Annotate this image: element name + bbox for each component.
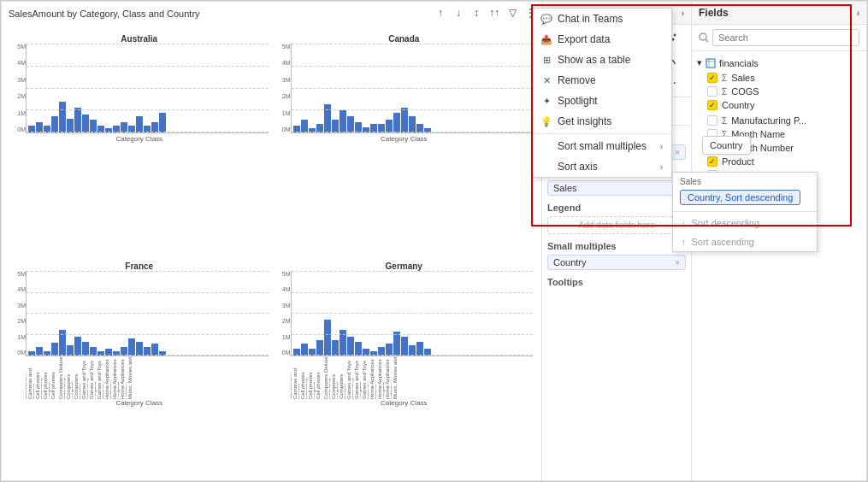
context-menu-label-insights: Get insights bbox=[558, 115, 611, 127]
field-item-cogs[interactable]: Σ COGS bbox=[692, 85, 866, 98]
country-bubble: Country bbox=[702, 136, 751, 155]
context-menu-label-export: Export data bbox=[558, 33, 610, 45]
insights-icon: 💡 bbox=[540, 115, 552, 127]
sort-asc-label: Sort ascending bbox=[692, 237, 754, 247]
context-menu-label-sort-axis: Sort axis bbox=[558, 161, 598, 173]
field-item-mfg[interactable]: Σ Manufacturing P... bbox=[692, 114, 866, 127]
field-checkbox-cogs[interactable] bbox=[707, 86, 717, 97]
sort-top-icon[interactable]: ↑↑ bbox=[487, 5, 502, 21]
viz-panel-body: X-axis Product × Y-axis Sales × bbox=[542, 126, 691, 480]
context-menu-item-table[interactable]: ⊞ Show as a table bbox=[532, 50, 671, 70]
table-icon bbox=[706, 58, 716, 68]
sort-by-label: Sales bbox=[680, 177, 701, 186]
main-area: SalesAmount by Category, Class and Count… bbox=[1, 1, 867, 481]
app-window: SalesAmount by Category, Class and Count… bbox=[0, 0, 868, 482]
tooltips-label: Tooltips bbox=[547, 277, 686, 287]
context-menu-label-spotlight: Spotlight bbox=[558, 95, 598, 107]
x-label-canada: Category Class bbox=[275, 135, 534, 143]
x-label-australia: Category Class bbox=[10, 135, 269, 143]
sort-separator bbox=[673, 211, 817, 212]
fields-panel-title: Fields bbox=[699, 7, 729, 19]
context-menu-item-chat[interactable]: 💬 Chat in Teams bbox=[532, 9, 671, 29]
y-axis-field-sales[interactable]: Sales × bbox=[547, 180, 686, 196]
field-label-sales: Sales bbox=[731, 73, 755, 83]
remove-icon: ✕ bbox=[540, 74, 552, 86]
sort-menu-ascending[interactable]: ↑ Sort ascending bbox=[673, 232, 817, 251]
field-checkbox-product[interactable]: ✓ bbox=[707, 156, 717, 167]
field-checkbox-mfg[interactable] bbox=[707, 115, 717, 126]
chart-panel-title-germany: Germany bbox=[275, 262, 534, 271]
sort-desc-label: Sort descending bbox=[692, 218, 760, 228]
x-axis-remove[interactable]: × bbox=[675, 148, 680, 157]
field-group-financials: ▾ financials ✓ Σ Sales Σ COGS bbox=[692, 55, 866, 112]
svg-rect-46 bbox=[706, 59, 715, 68]
small-multiples-field-country[interactable]: Country × bbox=[547, 255, 686, 270]
export-icon: 📤 bbox=[540, 33, 552, 45]
context-menu-item-sort-axis[interactable]: Sort axis › bbox=[532, 156, 671, 177]
field-label-mfg: Manufacturing P... bbox=[731, 115, 806, 126]
field-sigma-sales: Σ bbox=[722, 73, 727, 83]
field-item-sales[interactable]: ✓ Σ Sales bbox=[692, 71, 866, 85]
field-label-cogs: COGS bbox=[731, 86, 759, 97]
separator-1 bbox=[532, 133, 671, 134]
small-multiples-remove[interactable]: × bbox=[675, 258, 680, 267]
fields-search-input[interactable] bbox=[712, 29, 859, 46]
chart-panel-title-australia: Australia bbox=[10, 34, 269, 44]
context-menu-label-table: Show as a table bbox=[558, 54, 630, 66]
context-menu-item-spotlight[interactable]: ✦ Spotlight bbox=[532, 91, 671, 111]
sort-asc-icon: ↑ bbox=[682, 237, 687, 247]
context-menu-label-chat: Chat in Teams bbox=[558, 13, 623, 25]
legend-placeholder[interactable]: Add data fields here bbox=[547, 216, 686, 234]
filter-icon[interactable]: ▽ bbox=[505, 5, 520, 21]
chevron-down-icon: ▾ bbox=[697, 57, 702, 68]
svg-line-45 bbox=[706, 39, 708, 42]
chart-panel-canada: Canada 5M4M3M2M1M0M bbox=[274, 32, 535, 256]
context-menu-item-insights[interactable]: 💡 Get insights bbox=[532, 111, 671, 132]
fields-body: ▾ financials ✓ Σ Sales Σ COGS bbox=[692, 51, 866, 480]
chat-icon: 💬 bbox=[540, 13, 552, 25]
arrow-icon-sort-multiples: › bbox=[660, 142, 663, 151]
legend-label: Legend bbox=[547, 203, 686, 213]
field-item-country[interactable]: ✓ Country bbox=[692, 98, 866, 112]
context-menu-item-export[interactable]: 📤 Export data bbox=[532, 29, 671, 50]
sort-axis-icon bbox=[540, 161, 552, 173]
field-group-financials-header[interactable]: ▾ financials bbox=[692, 55, 866, 71]
search-icon bbox=[699, 32, 709, 43]
field-checkbox-sales[interactable]: ✓ bbox=[707, 73, 717, 83]
chart-panel-france: France 5M4M3M2M1M0M bbox=[9, 260, 270, 481]
table-view-icon: ⊞ bbox=[540, 54, 552, 66]
field-checkbox-country[interactable]: ✓ bbox=[707, 100, 717, 110]
x-label-france: Category Class bbox=[10, 399, 269, 407]
context-menu-item-sort-multiples[interactable]: Sort small multiples › bbox=[532, 136, 671, 156]
fields-search-container bbox=[692, 25, 866, 51]
fields-panel-arrow[interactable]: › bbox=[857, 9, 859, 18]
field-item-product[interactable]: ✓ Product bbox=[692, 155, 866, 168]
context-menu-item-remove[interactable]: ✕ Remove bbox=[532, 70, 671, 91]
legend-section: Legend Add data fields here bbox=[547, 203, 686, 234]
x-label-germany: Category Class bbox=[275, 399, 534, 407]
sort-both-icon[interactable]: ↕ bbox=[469, 5, 484, 21]
tooltips-section: Tooltips bbox=[547, 277, 686, 287]
svg-point-7 bbox=[672, 38, 675, 41]
context-menu: 💬 Chat in Teams 📤 Export data ⊞ Show as … bbox=[531, 8, 672, 178]
chart-panel-australia: Australia 5M4M3M2M1M0M bbox=[9, 32, 270, 256]
field-sigma-mfg: Σ bbox=[722, 116, 727, 126]
spotlight-icon: ✦ bbox=[540, 95, 552, 107]
chart-panel-germany: Germany 5M4M3M2M1M0M bbox=[274, 260, 535, 481]
chart-area: SalesAmount by Category, Class and Count… bbox=[1, 1, 542, 481]
viz-panel-right-arrow[interactable]: › bbox=[682, 9, 684, 18]
sort-multiples-icon bbox=[540, 140, 552, 152]
context-menu-label-sort-multiples: Sort small multiples bbox=[558, 140, 647, 152]
sort-desc-icon: ↓ bbox=[682, 218, 687, 228]
sort-up-icon[interactable]: ↑ bbox=[433, 5, 448, 21]
arrow-icon-sort-axis: › bbox=[660, 162, 663, 172]
svg-point-44 bbox=[700, 33, 706, 40]
sort-order-btn[interactable]: Country, Sort descending bbox=[680, 190, 800, 205]
sort-menu-descending[interactable]: ↓ Sort descending bbox=[673, 214, 817, 232]
chart-panel-title-canada: Canada bbox=[275, 34, 534, 44]
sort-down-icon[interactable]: ↓ bbox=[451, 5, 466, 21]
small-multiples-label: Small multiples bbox=[547, 241, 686, 251]
sort-submenu-header: Sales Country, Sort descending bbox=[673, 173, 817, 209]
field-label-country: Country bbox=[722, 100, 755, 110]
small-multiples-section: Small multiples Country × bbox=[547, 241, 686, 270]
